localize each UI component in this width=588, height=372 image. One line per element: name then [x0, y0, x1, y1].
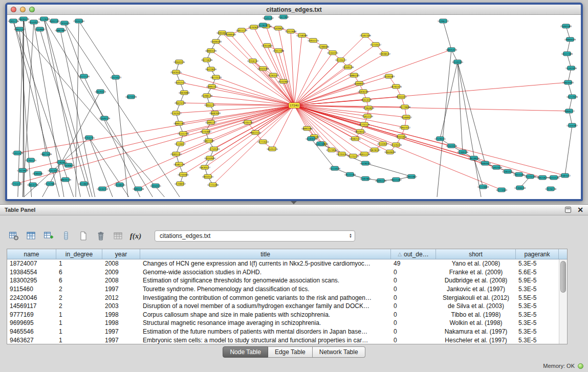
graph-node-label: 15361022 — [502, 170, 513, 173]
network-canvas[interactable]: 1394037621929325150525751082688220623259… — [7, 15, 581, 199]
column-button[interactable] — [59, 229, 73, 243]
graph-node-label: 18436521 — [355, 130, 366, 133]
delete-button[interactable] — [94, 229, 107, 243]
graph-node-label: 12375023 — [110, 76, 121, 79]
column-header-pagerank[interactable]: pagerank — [516, 249, 559, 259]
table-cell: 2003 — [102, 302, 140, 310]
table-cell: 5.3E-5 — [516, 302, 559, 310]
network-view[interactable]: 1394037621929325150525751082688220623259… — [7, 15, 581, 199]
table-row[interactable]: 977716911998Corpus callosum shape and si… — [7, 311, 559, 319]
graph-node-label: 11164351 — [327, 52, 338, 54]
scrollbar-thumb[interactable] — [560, 261, 566, 293]
table-cell: 1 — [56, 260, 102, 267]
graph-node-label: 17342677 — [170, 112, 182, 115]
float-panel-icon[interactable] — [565, 207, 571, 213]
graph-node-label: 20695326 — [375, 180, 386, 182]
table-cell: 5.6E-5 — [516, 269, 559, 276]
graph-node-label: 17587472 — [559, 174, 571, 177]
graph-node-label: 19675979 — [125, 96, 137, 98]
table-cell: 1998 — [102, 319, 140, 326]
table-cell: Changes of HCN gene expression and I(f) … — [140, 260, 391, 267]
table-cell: 6 — [56, 277, 102, 284]
import-table-button[interactable] — [112, 229, 125, 243]
graph-node-label: 11451429 — [12, 152, 23, 155]
graph-node-label: 17306618 — [514, 187, 526, 189]
close-window-icon[interactable] — [11, 7, 16, 12]
graph-node-label: 19274639 — [201, 59, 212, 61]
column-header-name[interactable]: name — [7, 249, 56, 259]
table-cell: 5.3E-5 — [516, 286, 559, 293]
graph-node-label: 20623259 — [175, 102, 186, 104]
graph-node-label: 22248505 — [114, 184, 125, 186]
close-panel-icon[interactable]: ✕ — [577, 206, 583, 213]
tab-node-table[interactable]: Node Table — [223, 346, 268, 358]
graph-node-label: 18122198 — [344, 173, 356, 176]
create-column-button[interactable] — [42, 229, 55, 243]
graph-node-label: 16423816 — [205, 68, 216, 71]
table-row[interactable]: 1938455462009Genome-wide association stu… — [7, 268, 559, 277]
table-cell: Tibbo et al. (1998) — [436, 311, 516, 318]
table-row[interactable]: 1872400712008Changes of HCN gene express… — [7, 259, 559, 268]
graph-node-label: 14568917 — [401, 116, 412, 119]
table-cell: 2012 — [102, 294, 140, 301]
graph-node-label: 11891252 — [205, 121, 216, 124]
table-cell: 2 — [56, 286, 102, 293]
table-columns-icon — [26, 231, 36, 241]
sort-ascending-icon: △ — [398, 252, 402, 257]
graph-node-label: 16740461 — [178, 173, 189, 176]
window-titlebar[interactable]: citations_edges.txt — [7, 5, 581, 15]
table-cell: 18724007 — [7, 260, 56, 267]
column-header-title[interactable]: title — [140, 249, 391, 259]
graph-node-label: 13629323 — [95, 91, 106, 93]
tab-edge-table[interactable]: Edge Table — [268, 346, 313, 358]
table-row[interactable]: 911546021997Tourette syndrome. Phenomeno… — [7, 285, 559, 294]
column-header-short[interactable]: short — [436, 249, 516, 259]
graph-node-label: 20779808 — [399, 106, 410, 108]
graph-node-label: 19441834 — [396, 136, 407, 138]
memory-status[interactable]: Memory: OK — [543, 363, 575, 369]
table-cell: 9777169 — [7, 311, 56, 318]
table-cell: 5.3E-5 — [516, 337, 559, 344]
table-cell: Disruption of a novel member of a sodium… — [140, 302, 391, 310]
graph-node-label: 17364854 — [363, 107, 374, 110]
table-row[interactable]: 969969511998Structural magnetic resonanc… — [7, 319, 559, 327]
table-cell: Yano et al. (2008) — [436, 260, 516, 267]
graph-node-label: 11606400 — [210, 40, 222, 43]
table-cell: Corpus callosum shape and size in male p… — [140, 311, 391, 318]
show-columns-button[interactable] — [25, 229, 38, 243]
graph-node-label: 22017198 — [273, 50, 284, 52]
table-cell: 6 — [56, 269, 102, 276]
column-header-label: name — [24, 251, 39, 258]
graph-node-label: 19682850 — [209, 112, 221, 115]
minimize-window-icon[interactable] — [20, 7, 26, 12]
column-header-year[interactable]: year — [102, 249, 140, 259]
status-bar: Memory: OK — [0, 360, 588, 372]
new-file-button[interactable] — [77, 229, 90, 243]
vertical-scrollbar[interactable] — [559, 259, 567, 344]
graph-node-label: 12905736 — [8, 20, 19, 23]
graph-node-label: 21693580 — [560, 25, 572, 28]
table-cell: Stergiakouli et al. (2012) — [436, 294, 516, 301]
table-cell: Wolkin et al. (1998) — [436, 319, 516, 326]
table-row[interactable]: 2242004622012Investigating the contribut… — [7, 293, 559, 302]
table-row[interactable]: 946554611997Estimation of the future num… — [7, 327, 559, 336]
graph-node-label: 15836287 — [358, 91, 369, 93]
network-table-select[interactable]: citations_edges.txt ▲▼ — [155, 230, 355, 242]
combo-arrows-icon: ▲▼ — [349, 231, 352, 241]
graph-node-label: 15161936 — [565, 67, 577, 70]
tab-network-table[interactable]: Network Table — [313, 346, 365, 358]
table-row[interactable]: 1456911722003Disruption of a novel membe… — [7, 302, 559, 311]
graph-node-label: 17316742 — [247, 60, 258, 62]
column-header-out_de[interactable]: △out_de… — [391, 249, 436, 259]
memory-ok-icon[interactable] — [578, 363, 583, 369]
graph-node-label: 15052575 — [175, 81, 186, 84]
table-row[interactable]: 1830029562008Estimation of significance … — [7, 276, 559, 285]
table-row[interactable]: 946362711997Embryonic stem cells: a mode… — [7, 336, 559, 344]
trash-icon — [96, 231, 106, 241]
graph-node-label: 14213649 — [38, 18, 50, 20]
zoom-window-icon[interactable] — [29, 7, 35, 12]
table-options-button[interactable] — [7, 229, 20, 243]
function-builder-button[interactable]: f(x) — [129, 229, 142, 243]
graph-node-label: 13343338 — [446, 145, 457, 147]
column-header-in_degree[interactable]: in_degree — [56, 249, 102, 259]
